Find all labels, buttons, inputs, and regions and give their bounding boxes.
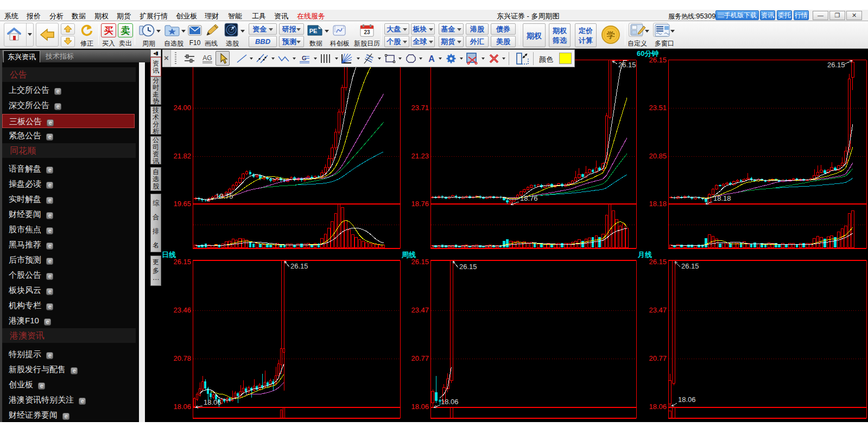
svg-text:21.82: 21.82 — [173, 152, 191, 160]
svg-text:20.77: 20.77 — [411, 354, 429, 362]
svg-text:18.76: 18.76 — [520, 194, 538, 202]
svg-text:18.18: 18.18 — [649, 200, 667, 208]
svg-text:月线: 月线 — [637, 251, 652, 259]
svg-text:20.78: 20.78 — [173, 354, 191, 362]
svg-text:20.77: 20.77 — [649, 354, 667, 362]
svg-text:18.06: 18.06 — [411, 403, 429, 411]
svg-text:日线: 日线 — [162, 251, 176, 259]
svg-text:26.15: 26.15 — [411, 258, 429, 266]
svg-text:A: A — [428, 54, 435, 63]
svg-text:19.65: 19.65 — [173, 200, 191, 208]
svg-text:18.06: 18.06 — [678, 395, 696, 404]
svg-text:26.15: 26.15 — [649, 258, 667, 266]
svg-text:23.47: 23.47 — [649, 306, 667, 314]
svg-text:18.76: 18.76 — [411, 200, 429, 208]
svg-text:26.15: 26.15 — [459, 263, 477, 271]
svg-text:卖: 卖 — [121, 25, 130, 36]
svg-text:21.23: 21.23 — [411, 152, 429, 160]
svg-text:20.85: 20.85 — [649, 152, 667, 160]
svg-text:18.06: 18.06 — [173, 403, 191, 411]
svg-text:26.15: 26.15 — [827, 61, 845, 69]
svg-text:18.06: 18.06 — [441, 398, 459, 406]
svg-text:周线: 周线 — [401, 251, 416, 259]
svg-text:26.15: 26.15 — [173, 258, 191, 266]
svg-text:26.15: 26.15 — [681, 262, 699, 270]
svg-text:18.06: 18.06 — [649, 403, 667, 411]
svg-text:18.06: 18.06 — [204, 398, 221, 406]
svg-text:23.46: 23.46 — [173, 306, 191, 314]
svg-text:买: 买 — [104, 25, 113, 36]
svg-text:23.47: 23.47 — [411, 306, 429, 314]
svg-text:26.15: 26.15 — [618, 61, 636, 69]
svg-text:18.18: 18.18 — [713, 194, 731, 202]
svg-text:24.00: 24.00 — [173, 104, 191, 112]
svg-text:23.51: 23.51 — [649, 104, 667, 112]
svg-text:60分钟: 60分钟 — [637, 49, 658, 58]
svg-text:19.75: 19.75 — [216, 192, 233, 200]
svg-text:AG: AG — [202, 54, 212, 62]
svg-text:23.71: 23.71 — [411, 104, 429, 112]
svg-text:26.15: 26.15 — [290, 262, 308, 270]
